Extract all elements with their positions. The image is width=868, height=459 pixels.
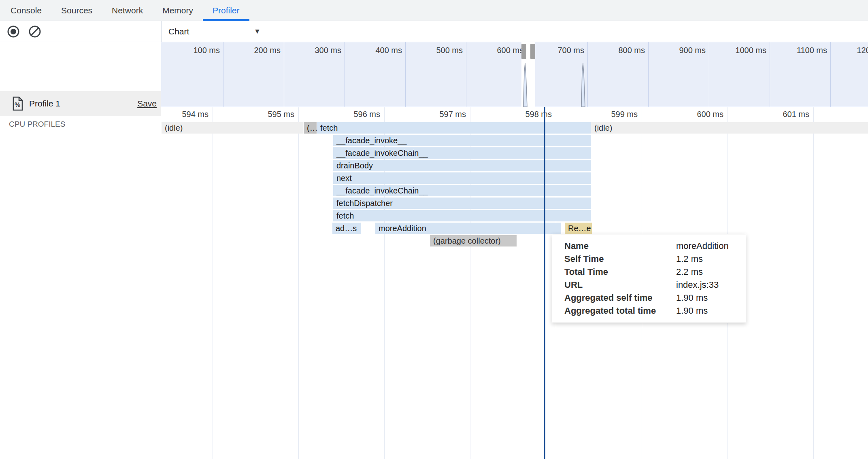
tooltip-value: index.js:33 [676, 280, 719, 290]
tab-sources[interactable]: Sources [61, 0, 92, 21]
tab-console[interactable]: Console [11, 0, 42, 21]
cpu-activity-spikes [161, 42, 868, 107]
tooltip-label: Name [564, 241, 676, 251]
ruler-grid-line [813, 107, 814, 459]
tab-profiler[interactable]: Profiler [213, 0, 240, 21]
ruler-tick-label: 597 ms [405, 110, 466, 119]
flame-bar[interactable]: __facade_invokeChain__ [333, 185, 591, 196]
profiles-sidebar: Profiles CPU PROFILES % Profile 1 Save [0, 42, 161, 459]
devtools-tab-bar: Console Sources Network Memory Profiler [0, 0, 868, 21]
cpu-profiles-section-label: CPU PROFILES [9, 120, 65, 129]
playhead-line[interactable] [544, 107, 545, 459]
clear-profiles-button[interactable] [30, 26, 40, 37]
flame-chart[interactable]: 594 ms595 ms596 ms597 ms598 ms599 ms600 … [161, 107, 868, 459]
flame-bar[interactable]: (… [304, 122, 317, 134]
ruler-tick-label: 595 ms [234, 110, 294, 119]
sidebar-item-profile-1[interactable]: % Profile 1 Save [0, 91, 161, 116]
record-profile-button[interactable] [8, 26, 19, 37]
flame-bar[interactable]: ad…s [332, 223, 361, 234]
tooltip-value: 1.90 ms [676, 306, 708, 316]
tooltip-value: 1.90 ms [676, 293, 708, 303]
tooltip-label: Self Time [564, 254, 676, 264]
flame-bar[interactable]: __facade_invoke__ [333, 135, 591, 146]
save-profile-link[interactable]: Save [137, 91, 157, 116]
flame-bar[interactable]: (idle) [591, 122, 868, 134]
selection-handle-right[interactable] [530, 44, 535, 59]
ruler-tick-label: 594 ms [161, 110, 208, 119]
tooltip-label: Total Time [564, 267, 676, 277]
ruler-tick-label: 600 ms [663, 110, 723, 119]
flame-bar[interactable]: fetchDispatcher [333, 198, 591, 209]
chevron-down-icon[interactable]: ▼ [254, 21, 261, 42]
flame-bar[interactable]: Re…e [565, 223, 592, 234]
profile-item-label: Profile 1 [29, 91, 60, 116]
devtools-profiler-panel: Console Sources Network Memory Profiler … [0, 0, 868, 459]
flame-bar[interactable]: moreAddition [375, 223, 561, 234]
ruler-tick-label: 596 ms [319, 110, 380, 119]
tooltip-value: moreAddition [676, 241, 729, 251]
overview-strip[interactable]: 100 ms200 ms300 ms400 ms500 ms600 ms700 … [161, 42, 868, 108]
ruler-tick-label: 599 ms [577, 110, 638, 119]
ruler-tick-label: 598 ms [491, 110, 552, 119]
flame-bar[interactable]: fetch [333, 210, 591, 221]
tab-memory[interactable]: Memory [162, 0, 193, 21]
frame-details-tooltip: NamemoreAddition Self Time1.2 ms Total T… [552, 234, 746, 323]
tooltip-value: 1.2 ms [676, 254, 703, 264]
ruler-grid-line [213, 107, 213, 459]
flame-bar[interactable]: __facade_invokeChain__ [333, 147, 591, 159]
tab-network[interactable]: Network [112, 0, 143, 21]
ruler-tick-label: 601 ms [749, 110, 809, 119]
profile-document-icon: % [12, 96, 23, 111]
tooltip-label: Aggregated total time [564, 306, 676, 316]
svg-text:%: % [15, 102, 20, 108]
selection-handle-left[interactable] [521, 44, 526, 59]
flame-bar[interactable]: fetch [317, 122, 591, 134]
flame-bar[interactable]: drainBody [333, 160, 591, 171]
flame-bar[interactable]: next [333, 172, 591, 184]
tooltip-label: Aggregated self time [564, 293, 676, 303]
tooltip-value: 2.2 ms [676, 267, 703, 277]
view-mode-select[interactable]: Chart [168, 21, 189, 42]
ruler-grid-line [298, 107, 299, 459]
flame-bar[interactable]: (idle) [162, 122, 303, 134]
tooltip-label: URL [564, 280, 676, 290]
profiler-toolbar: Chart ▼ [0, 21, 868, 42]
flame-bar[interactable]: (garbage collector) [430, 235, 517, 246]
